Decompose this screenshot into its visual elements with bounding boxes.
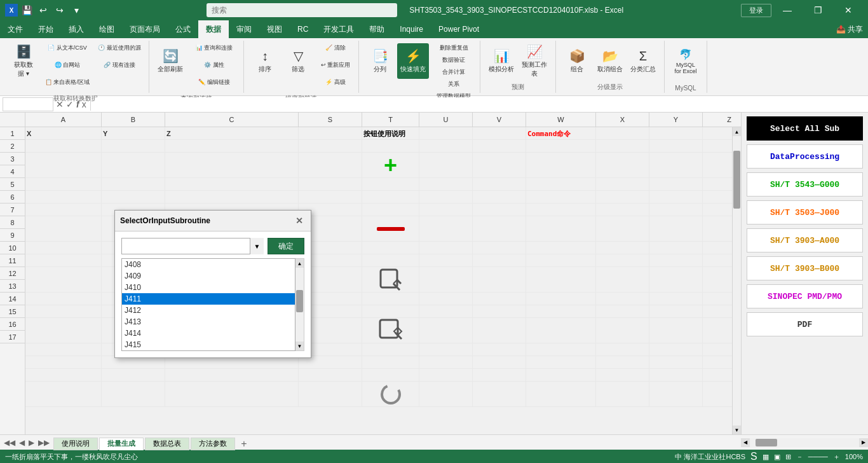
sinopec-button[interactable]: SINOPEC PMD/PMO xyxy=(747,284,863,308)
cell-w2[interactable] xyxy=(526,140,596,153)
sheet-tab-batch[interactable]: 批量生成 xyxy=(99,438,144,450)
cell-t10[interactable] xyxy=(362,267,419,293)
cell-y6[interactable] xyxy=(649,204,703,216)
cell-s4[interactable] xyxy=(299,178,362,191)
sheet-tab-instructions[interactable]: 使用说明 xyxy=(53,438,98,450)
cell-t11[interactable] xyxy=(362,293,419,305)
maximize-button[interactable]: ❐ xyxy=(803,0,832,20)
row-num-9[interactable]: 9 xyxy=(0,229,25,242)
confirm-formula-icon[interactable]: ✓ xyxy=(66,99,74,109)
cell-x12[interactable] xyxy=(596,305,649,318)
select-all-sub-button[interactable]: Select All Sub xyxy=(747,116,863,141)
undo-quick-btn[interactable]: ↩ xyxy=(36,3,51,18)
sheet-nav-prev[interactable]: ◀ xyxy=(18,438,26,447)
tab-draw[interactable]: 绘图 xyxy=(92,20,122,38)
scroll-up-btn[interactable]: ▲ xyxy=(733,127,741,136)
query-conn-btn[interactable]: 📊 查询和连接 xyxy=(187,43,238,60)
sheet-nav-first[interactable]: ◀◀ xyxy=(3,438,17,447)
cell-a10[interactable] xyxy=(25,267,102,293)
cell-b17[interactable] xyxy=(102,382,165,407)
dialog-ok-button[interactable]: 确定 xyxy=(268,238,304,254)
cell-v8[interactable] xyxy=(473,242,526,254)
minimize-button[interactable]: — xyxy=(773,0,802,20)
cell-t9[interactable] xyxy=(362,254,419,267)
cell-w6[interactable] xyxy=(526,204,596,216)
cell-s17[interactable] xyxy=(299,382,362,407)
cell-u6[interactable] xyxy=(419,204,473,216)
redo-quick-btn[interactable]: ↪ xyxy=(52,3,67,18)
remove-dup-btn[interactable]: 删除重复值 xyxy=(430,43,475,55)
cell-y7[interactable] xyxy=(649,216,703,242)
from-web-btn[interactable]: 🌐 自网站 xyxy=(41,60,92,77)
list-item[interactable]: J413 xyxy=(122,316,295,328)
advanced-btn[interactable]: ⚡ 高级 xyxy=(315,78,353,94)
tab-insert[interactable]: 插入 xyxy=(61,20,92,38)
cell-z7[interactable] xyxy=(703,216,732,242)
forecast-sheet-btn[interactable]: 📈 预测工作表 xyxy=(519,43,550,79)
tab-home[interactable]: 开始 xyxy=(31,20,61,38)
cell-b5[interactable] xyxy=(102,191,165,204)
cell-t16[interactable] xyxy=(362,369,419,382)
row-num-16[interactable]: 16 xyxy=(0,318,25,331)
cell-b15[interactable] xyxy=(102,356,165,369)
hscroll-right-btn[interactable]: ▶ xyxy=(859,438,868,447)
sht3903b-button[interactable]: SH/T 3903—B000 xyxy=(747,256,863,280)
cell-u17[interactable] xyxy=(419,382,473,407)
cell-u4[interactable] xyxy=(419,178,473,191)
cell-a3[interactable] xyxy=(25,153,102,178)
cell-z17[interactable] xyxy=(703,382,732,407)
cell-v16[interactable] xyxy=(473,369,526,382)
cell-z6[interactable] xyxy=(703,204,732,216)
cell-x17[interactable] xyxy=(596,382,649,407)
hscroll-track[interactable] xyxy=(750,438,859,447)
cell-a14[interactable] xyxy=(25,343,102,356)
cell-y3[interactable] xyxy=(649,153,703,178)
tab-help[interactable]: 帮助 xyxy=(362,20,392,38)
cell-b16[interactable] xyxy=(102,369,165,382)
recent-sources-btn[interactable]: 🕐 最近使用的源 xyxy=(93,43,144,60)
reapply-btn[interactable]: ↩ 重新应用 xyxy=(315,60,353,77)
tab-developer[interactable]: 开发工具 xyxy=(316,20,362,38)
cell-s3[interactable] xyxy=(299,153,362,178)
cell-a11[interactable] xyxy=(25,293,102,305)
cell-c15[interactable] xyxy=(165,356,299,369)
cell-y11[interactable] xyxy=(649,293,703,305)
cell-y9[interactable] xyxy=(649,254,703,267)
col-header-u[interactable]: U xyxy=(419,113,473,127)
cell-t5[interactable] xyxy=(362,191,419,204)
cell-y8[interactable] xyxy=(649,242,703,254)
zoom-in-btn[interactable]: ＋ xyxy=(833,452,840,462)
cell-z13[interactable] xyxy=(703,318,732,343)
cell-c17[interactable] xyxy=(165,382,299,407)
col-header-t[interactable]: T xyxy=(362,113,419,127)
cell-y15[interactable] xyxy=(649,356,703,369)
cell-z15[interactable] xyxy=(703,356,732,369)
relations-btn[interactable]: 关系 xyxy=(430,79,475,91)
cell-w12[interactable] xyxy=(526,305,596,318)
cell-s1[interactable] xyxy=(299,127,362,140)
cell-y10[interactable] xyxy=(649,267,703,293)
list-item[interactable]: J409 xyxy=(122,270,295,282)
hscroll-left-btn[interactable]: ◀ xyxy=(741,438,750,447)
cell-u15[interactable] xyxy=(419,356,473,369)
cell-x14[interactable] xyxy=(596,343,649,356)
col-header-x[interactable]: X xyxy=(596,113,649,127)
col-header-b[interactable]: B xyxy=(102,113,165,127)
tab-page-layout[interactable]: 页面布局 xyxy=(122,20,168,38)
cell-z10[interactable] xyxy=(703,267,732,293)
cell-v2[interactable] xyxy=(473,140,526,153)
properties-btn[interactable]: ⚙️ 属性 xyxy=(187,60,238,77)
col-header-y[interactable]: Y xyxy=(649,113,703,127)
row-num-6[interactable]: 6 xyxy=(0,191,25,204)
zoom-out-btn[interactable]: － xyxy=(796,452,803,462)
cell-b2[interactable] xyxy=(102,140,165,153)
tab-rc[interactable]: RC xyxy=(290,20,316,38)
tab-power-pivot[interactable]: Power Pivot xyxy=(431,20,487,38)
cell-v1[interactable] xyxy=(473,127,526,140)
cancel-formula-icon[interactable]: ✕ xyxy=(56,99,64,109)
cell-t2[interactable] xyxy=(362,140,419,153)
cell-a8[interactable] xyxy=(25,242,102,254)
split-col-btn[interactable]: 📑 分列 xyxy=(364,43,396,79)
close-button[interactable]: ✕ xyxy=(834,0,863,20)
add-sheet-button[interactable]: + xyxy=(236,438,252,450)
